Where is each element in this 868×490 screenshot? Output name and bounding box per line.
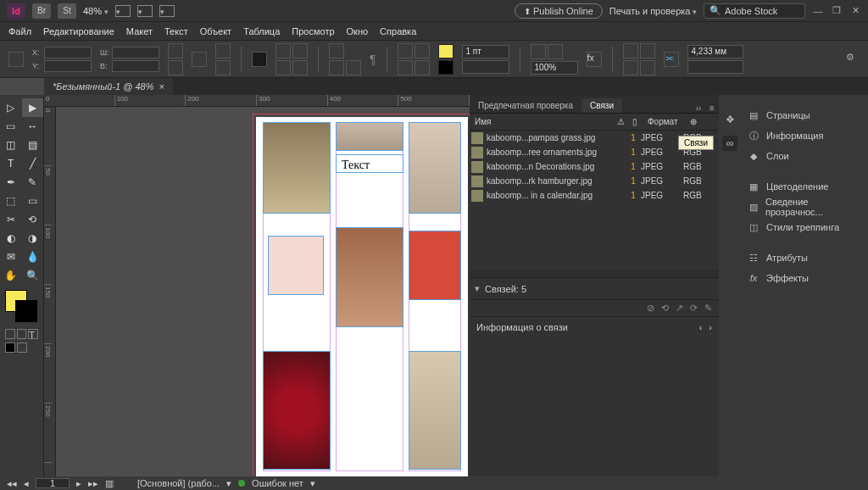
- relink-cc-icon[interactable]: ⊘: [647, 303, 654, 314]
- corner-icon[interactable]: fx: [587, 52, 602, 67]
- col-colorspace-icon[interactable]: ⊕: [685, 117, 719, 126]
- align-r-icon[interactable]: [623, 60, 638, 75]
- fill-swatch[interactable]: [438, 44, 453, 58]
- close-button[interactable]: ✕: [849, 5, 861, 16]
- restore-button[interactable]: ❐: [831, 5, 843, 16]
- page-tool[interactable]: ▭: [0, 117, 22, 136]
- zoom-tool[interactable]: 🔍: [22, 266, 44, 285]
- scale-y-icon[interactable]: [168, 60, 183, 75]
- col-format[interactable]: Формат: [643, 117, 685, 126]
- scissors-tool[interactable]: ✂: [0, 210, 22, 229]
- fx-icon[interactable]: [531, 44, 546, 59]
- link-row[interactable]: kaboomp...n Decorations.jpg 1 JPEG RGB: [470, 159, 719, 174]
- image-frame[interactable]: [409, 351, 461, 470]
- char-panel-icon[interactable]: [252, 52, 267, 67]
- align-3-icon[interactable]: [275, 60, 291, 75]
- type-tool[interactable]: T: [0, 154, 22, 173]
- fit-2-icon[interactable]: [415, 43, 430, 58]
- bridge-button[interactable]: Br: [32, 3, 51, 19]
- col-name[interactable]: Имя: [470, 117, 612, 126]
- paragraph-icon[interactable]: ¶: [368, 44, 378, 75]
- eyedropper-tool[interactable]: 💧: [22, 248, 44, 266]
- page-next-one-icon[interactable]: ▸: [76, 478, 81, 489]
- align-4-icon[interactable]: [292, 60, 308, 75]
- image-frame[interactable]: [336, 227, 403, 327]
- transform-tool[interactable]: ⟲: [22, 210, 44, 229]
- panel-trap[interactable]: ◫Стили треппинга: [741, 217, 868, 237]
- link-row[interactable]: kaboomp...rk hamburger.jpg 1 JPEG RGB: [470, 174, 719, 188]
- panel-menu-icon[interactable]: ≡: [705, 103, 719, 113]
- rect-tool[interactable]: ▭: [22, 192, 44, 210]
- fit-3-icon[interactable]: [398, 60, 413, 75]
- menu-table[interactable]: Таблица: [243, 26, 280, 36]
- panel-flattener[interactable]: ▨Сведение прозрачнос...: [741, 197, 868, 217]
- link-dim-icon[interactable]: ⫘: [664, 52, 679, 67]
- menu-edit[interactable]: Редактирование: [43, 26, 114, 36]
- image-frame[interactable]: [409, 122, 461, 214]
- page[interactable]: Текст: [256, 117, 468, 476]
- goto-link-icon[interactable]: ↗: [676, 303, 683, 314]
- mode-preview-icon[interactable]: [17, 342, 27, 353]
- gap-tool[interactable]: ↔: [22, 117, 44, 136]
- search-input[interactable]: 🔍Adobe Stock: [704, 3, 805, 19]
- print-check-dropdown[interactable]: Печать и проверка: [609, 6, 697, 16]
- dim-input-2[interactable]: [687, 60, 743, 74]
- panel-collapse-icon[interactable]: ››: [692, 103, 705, 113]
- open-icon[interactable]: ▥: [105, 478, 114, 489]
- canvas[interactable]: 0100200300400500 050100150200250 Текст: [44, 95, 470, 480]
- screen-mode-icon[interactable]: [137, 5, 153, 17]
- edit-original-icon[interactable]: ✎: [704, 303, 712, 314]
- text-frame[interactable]: Текст: [336, 154, 403, 173]
- menu-view[interactable]: Просмотр: [292, 26, 334, 36]
- scale-x-icon[interactable]: [168, 43, 183, 58]
- content-tool[interactable]: ◫: [0, 136, 22, 154]
- align-1-icon[interactable]: [275, 43, 291, 58]
- page-next-icon[interactable]: ▸▸: [88, 478, 98, 489]
- gradient-feather-tool[interactable]: ◑: [22, 229, 44, 248]
- master-dropdown[interactable]: [Основной] (рабо...: [137, 478, 220, 488]
- rotate-cw-icon[interactable]: [329, 60, 344, 75]
- links-scrollbar[interactable]: [470, 270, 719, 277]
- page-prev-one-icon[interactable]: ◂: [24, 478, 29, 489]
- arrange-icon[interactable]: [159, 5, 175, 17]
- panel-separations[interactable]: ▦Цветоделение: [741, 176, 868, 197]
- relink-icon[interactable]: ⟲: [661, 303, 669, 314]
- page-number-input[interactable]: 1: [36, 478, 70, 488]
- stroke-style-input[interactable]: [462, 60, 509, 74]
- fit-4-icon[interactable]: [415, 60, 430, 75]
- tab-links[interactable]: Связи: [581, 98, 622, 113]
- zoom-dropdown[interactable]: 48%: [83, 6, 108, 16]
- rectangle-frame[interactable]: [409, 231, 461, 300]
- menu-layout[interactable]: Макет: [126, 26, 153, 36]
- w-input[interactable]: [112, 47, 159, 58]
- mode-normal-icon[interactable]: [5, 342, 15, 353]
- info-prev-icon[interactable]: ‹: [699, 322, 703, 332]
- x-input[interactable]: [44, 47, 92, 58]
- panel-attributes[interactable]: ☷Атрибуты: [741, 248, 868, 268]
- apply-color-icon[interactable]: [5, 329, 15, 339]
- image-frame[interactable]: [263, 351, 331, 470]
- fit-1-icon[interactable]: [398, 43, 413, 58]
- menu-object[interactable]: Объект: [200, 26, 231, 36]
- update-link-icon[interactable]: ⟳: [690, 303, 698, 314]
- page-prev-icon[interactable]: ◂◂: [7, 478, 17, 489]
- apply-gradient-icon[interactable]: [17, 329, 27, 339]
- note-tool[interactable]: ✉: [0, 248, 22, 266]
- gradient-tool[interactable]: ◐: [0, 229, 22, 248]
- info-next-icon[interactable]: ›: [709, 322, 712, 332]
- direct-selection-tool[interactable]: ▶: [22, 98, 44, 117]
- menu-window[interactable]: Окно: [347, 26, 369, 36]
- panel-info[interactable]: ⓘИнформация: [741, 125, 868, 146]
- dim-input[interactable]: 4,233 мм: [687, 45, 743, 58]
- image-frame[interactable]: [263, 122, 331, 214]
- col-page-icon[interactable]: ▯: [627, 117, 643, 126]
- align-c-icon[interactable]: [640, 43, 655, 58]
- rotate-ccw-icon[interactable]: [346, 60, 361, 75]
- publish-online-button[interactable]: ⬆ Publish Online: [515, 3, 603, 19]
- pen-tool[interactable]: ✒: [0, 173, 22, 192]
- panel-pages[interactable]: ▤Страницы: [741, 105, 868, 125]
- panel-layers[interactable]: ◆Слои: [741, 146, 868, 166]
- opacity-input[interactable]: 100%: [531, 61, 578, 75]
- color-swatches[interactable]: [5, 290, 39, 324]
- image-frame[interactable]: [336, 122, 403, 151]
